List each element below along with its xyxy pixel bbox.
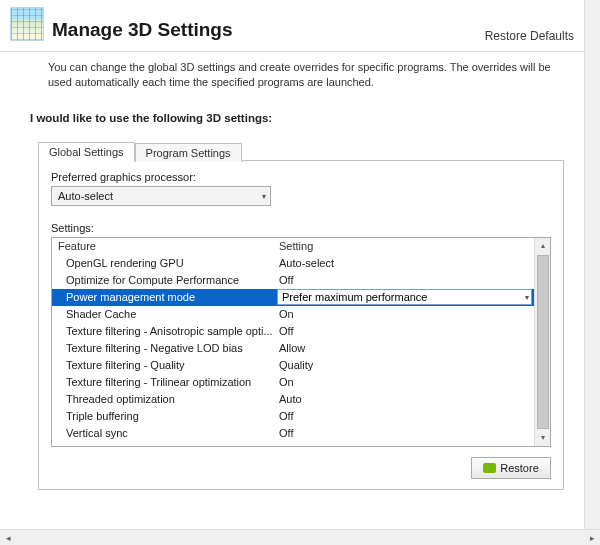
cell-setting: On [277,308,534,320]
tabstrip: Global Settings Program Settings [38,138,564,160]
preferred-processor-label: Preferred graphics processor: [51,171,551,183]
cell-feature: Texture filtering - Trilinear optimizati… [52,376,277,388]
cell-feature: Power management mode [52,291,277,303]
table-row[interactable]: Texture filtering - Anisotropic sample o… [52,323,534,340]
cell-feature: Texture filtering - Negative LOD bias [52,342,277,354]
grid-header-row: Feature Setting [52,238,534,255]
intro-text: You can change the global 3D settings an… [0,52,584,96]
outer-vertical-scrollbar[interactable] [584,0,600,529]
nvidia-logo-icon [483,463,496,473]
grid-body: Feature Setting OpenGL rendering GPUAuto… [52,238,534,446]
cell-setting[interactable]: Prefer maximum performance▾ [277,289,534,305]
cell-setting: Off [277,427,534,439]
table-row[interactable]: Texture filtering - Trilinear optimizati… [52,374,534,391]
column-header-setting: Setting [277,240,534,252]
setting-dropdown[interactable]: Prefer maximum performance▾ [277,289,532,305]
table-row[interactable]: Texture filtering - QualityQuality [52,357,534,374]
preferred-processor-value: Auto-select [58,190,113,202]
nvidia-3d-icon [10,7,44,41]
scroll-right-icon[interactable]: ▸ [584,530,600,546]
scroll-left-icon[interactable]: ◂ [0,530,16,546]
cell-setting: Auto-select [277,257,534,269]
cell-setting: Quality [277,359,534,371]
cell-feature: Vertical sync [52,427,277,439]
scrollbar-thumb[interactable] [537,255,549,429]
tab-global-settings[interactable]: Global Settings [38,142,135,161]
cell-setting: Off [277,410,534,422]
table-row[interactable]: Vertical syncOff [52,425,534,442]
cell-feature: Texture filtering - Quality [52,359,277,371]
cell-feature: Optimize for Compute Performance [52,274,277,286]
column-header-feature: Feature [52,240,277,252]
table-row[interactable]: Optimize for Compute PerformanceOff [52,272,534,289]
table-row[interactable]: Power management modePrefer maximum perf… [52,289,534,306]
content-area: Manage 3D Settings Restore Defaults You … [0,0,584,529]
cell-feature: OpenGL rendering GPU [52,257,277,269]
header: Manage 3D Settings Restore Defaults [0,0,584,52]
tabs-container: Global Settings Program Settings Preferr… [38,138,564,490]
tab-program-settings[interactable]: Program Settings [135,143,242,162]
table-row[interactable]: Triple bufferingOff [52,408,534,425]
settings-section-label: Settings: [51,222,551,234]
outer-horizontal-scrollbar[interactable]: ◂ ▸ [0,529,600,545]
cell-feature: Triple buffering [52,410,277,422]
setting-dropdown-value: Prefer maximum performance [282,291,428,303]
scroll-down-icon[interactable]: ▾ [535,430,550,446]
grid-vertical-scrollbar[interactable]: ▴ ▾ [534,238,550,446]
chevron-down-icon: ▾ [525,293,529,302]
table-row[interactable]: Virtual Reality pre-rendered frames1 [52,442,534,446]
cell-feature: Threaded optimization [52,393,277,405]
cell-setting: Off [277,325,534,337]
cell-feature: Shader Cache [52,308,277,320]
restore-defaults-link[interactable]: Restore Defaults [485,29,574,43]
cell-feature: Virtual Reality pre-rendered frames [52,444,277,446]
scroll-up-icon[interactable]: ▴ [535,238,550,254]
table-row[interactable]: OpenGL rendering GPUAuto-select [52,255,534,272]
restore-button[interactable]: Restore [471,457,551,479]
table-row[interactable]: Threaded optimizationAuto [52,391,534,408]
table-row[interactable]: Shader CacheOn [52,306,534,323]
cell-setting: On [277,376,534,388]
cell-setting: 1 [277,444,534,446]
cell-feature: Texture filtering - Anisotropic sample o… [52,325,277,337]
settings-grid: Feature Setting OpenGL rendering GPUAuto… [51,237,551,447]
cell-setting: Off [277,274,534,286]
page-title: Manage 3D Settings [52,19,485,41]
tab-panel-global: Preferred graphics processor: Auto-selec… [38,160,564,490]
table-row[interactable]: Texture filtering - Negative LOD biasAll… [52,340,534,357]
cell-setting: Allow [277,342,534,354]
panel-footer: Restore [51,457,551,479]
restore-button-label: Restore [500,462,539,474]
settings-prompt: I would like to use the following 3D set… [0,96,584,128]
preferred-processor-dropdown[interactable]: Auto-select ▾ [51,186,271,206]
chevron-down-icon: ▾ [262,191,266,200]
cell-setting: Auto [277,393,534,405]
